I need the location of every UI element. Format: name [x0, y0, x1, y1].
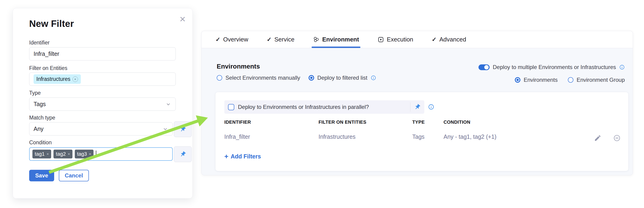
tab-execution[interactable]: Execution	[378, 31, 413, 48]
parallel-label: Deploy to Environments or Infrastructure…	[238, 104, 369, 110]
info-icon[interactable]	[370, 75, 376, 80]
stage-tabbar: ✓ Overview ✓ Service Environment	[202, 31, 633, 48]
table-row: Infra_filter Infrastructures Tags Any - …	[224, 134, 572, 140]
pin-icon	[180, 126, 186, 132]
chevron-down-icon	[162, 126, 168, 132]
tag-remove-icon[interactable]: ×	[68, 152, 70, 156]
filters-table-header: IDENTIFIER FILTER ON ENTITIES TYPE CONDI…	[224, 120, 572, 125]
identifier-input[interactable]: Infra_filter	[29, 47, 176, 60]
modal-title: New Filter	[29, 18, 74, 29]
radio-icon	[515, 77, 520, 83]
condition-tag: tag2 ×	[54, 150, 72, 158]
radio-environments[interactable]: Environments	[515, 77, 558, 83]
chevron-down-icon	[165, 101, 171, 107]
env-target-radios: Environments Environment Group	[515, 77, 625, 83]
check-icon: ✓	[216, 36, 220, 43]
condition-tag: tag1 ×	[32, 150, 51, 158]
radio-icon	[568, 77, 574, 83]
type-select[interactable]: Tags	[29, 98, 176, 111]
parallel-checkbox[interactable]	[228, 104, 234, 110]
type-label: Type	[29, 90, 41, 96]
col-condition: CONDITION	[444, 120, 572, 125]
multi-env-toggle[interactable]	[478, 64, 490, 70]
toggle-knob	[484, 65, 489, 70]
check-icon: ✓	[267, 36, 272, 43]
info-icon[interactable]	[428, 104, 434, 110]
radio-select-manually[interactable]: Select Environments manually	[217, 74, 300, 81]
entities-chip: Infrastructures ×	[34, 74, 81, 84]
pin-icon	[180, 151, 186, 158]
col-filter-on-entities: FILTER ON ENTITIES	[318, 120, 412, 125]
text-cursor	[96, 150, 96, 158]
info-icon[interactable]	[619, 64, 625, 70]
remove-minus-circle-icon[interactable]	[613, 134, 620, 142]
check-icon: ✓	[432, 36, 436, 43]
entities-label: Filter on Entities	[29, 65, 67, 71]
tab-service[interactable]: ✓ Service	[267, 31, 294, 48]
condition-pin-button[interactable]	[174, 146, 192, 162]
tag-remove-icon[interactable]: ×	[89, 152, 92, 156]
close-icon[interactable]: ✕	[180, 15, 186, 23]
stage-config-panel: ✓ Overview ✓ Service Environment	[202, 31, 633, 175]
tab-advanced[interactable]: ✓ Advanced	[432, 31, 466, 48]
save-button[interactable]: Save	[29, 170, 54, 181]
match-type-value: Any	[34, 126, 44, 132]
identifier-value: Infra_filter	[34, 50, 59, 57]
parallel-option-bar: Deploy to Environments or Infrastructure…	[224, 100, 424, 114]
row-type: Tags	[412, 134, 444, 140]
multi-env-toggle-row: Deploy to multiple Environments or Infra…	[478, 64, 625, 70]
plus-icon: +	[224, 153, 228, 160]
filters-card: Deploy to Environments or Infrastructure…	[216, 92, 628, 171]
radio-environment-group[interactable]: Environment Group	[568, 77, 625, 83]
entities-input[interactable]: Infrastructures ×	[29, 72, 176, 86]
screen: New Filter ✕ Identifier Infra_filter Fil…	[0, 0, 644, 208]
radio-icon	[308, 75, 314, 80]
chip-remove-icon[interactable]: ×	[72, 76, 78, 82]
col-identifier: IDENTIFIER	[224, 120, 318, 125]
condition-input[interactable]: tag1 × tag2 × tag3 ×	[29, 147, 173, 161]
condition-tag: tag3 ×	[75, 150, 94, 158]
execution-play-icon	[378, 36, 384, 43]
col-type: TYPE	[412, 120, 444, 125]
radio-icon	[217, 75, 222, 80]
identifier-label: Identifier	[29, 40, 50, 46]
env-mode-radios: Select Environments manually Deploy to f…	[217, 74, 376, 81]
cancel-button[interactable]: Cancel	[59, 170, 89, 181]
add-filters-button[interactable]: + Add Filters	[224, 153, 261, 160]
row-identifier: Infra_filter	[224, 134, 318, 140]
row-entities: Infrastructures	[318, 134, 412, 140]
edit-pencil-icon[interactable]	[594, 134, 602, 142]
match-type-select[interactable]: Any	[29, 122, 173, 136]
radio-deploy-filtered[interactable]: Deploy to filtered list	[308, 74, 376, 81]
parallel-pin-button[interactable]	[410, 104, 424, 110]
row-condition: Any - tag1, tag2 (+1)	[444, 134, 572, 140]
tab-environment[interactable]: Environment	[313, 31, 359, 48]
environments-heading: Environments	[217, 63, 260, 70]
new-filter-modal: New Filter ✕ Identifier Infra_filter Fil…	[13, 8, 192, 198]
tab-overview[interactable]: ✓ Overview	[216, 31, 248, 48]
condition-label: Condition	[29, 140, 52, 146]
match-type-pin-button[interactable]	[174, 121, 192, 137]
environment-hexagons-icon	[313, 36, 320, 43]
match-type-label: Match type	[29, 115, 55, 121]
type-value: Tags	[34, 101, 46, 108]
tag-remove-icon[interactable]: ×	[46, 152, 49, 156]
